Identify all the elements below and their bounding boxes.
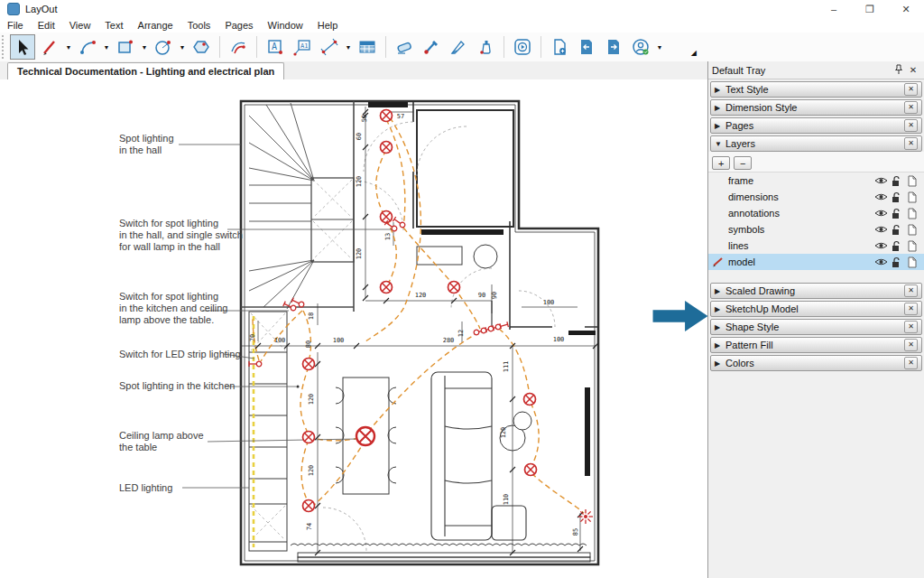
rectangle-tool-dropdown[interactable]: ▼ xyxy=(139,34,150,60)
spotlight-symbol xyxy=(303,432,315,443)
share-page-icon[interactable] xyxy=(907,224,920,236)
dimension-label: 90 xyxy=(478,292,485,299)
dimension-label: 12 xyxy=(457,330,465,337)
section-dimension-style[interactable]: ▶ Dimension Style ✕ xyxy=(710,99,922,116)
offset-tool-button[interactable] xyxy=(226,34,251,60)
account-dropdown[interactable]: ▼ xyxy=(654,34,665,60)
pin-icon[interactable] xyxy=(892,64,906,77)
section-close-icon[interactable]: ✕ xyxy=(904,119,918,132)
unlock-icon[interactable] xyxy=(891,175,904,187)
title-bar: LayOut – ❐ ✕ xyxy=(0,0,924,18)
remove-layer-button[interactable]: − xyxy=(734,156,752,170)
previous-page-button[interactable] xyxy=(574,34,599,60)
visibility-eye-icon[interactable] xyxy=(874,240,888,252)
menu-bar: File Edit View Text Arrange Tools Pages … xyxy=(0,18,924,33)
restore-button[interactable]: ❐ xyxy=(852,0,888,18)
layer-row-frame[interactable]: frame xyxy=(708,172,924,189)
visibility-eye-icon[interactable] xyxy=(874,256,888,268)
dimension-tool-button[interactable] xyxy=(317,34,342,60)
menu-help[interactable]: Help xyxy=(310,20,346,31)
section-colors[interactable]: ▶ Colors ✕ xyxy=(710,355,922,371)
section-pattern-fill[interactable]: ▶ Pattern Fill ✕ xyxy=(710,337,922,353)
rectangle-icon xyxy=(116,37,135,57)
section-layers[interactable]: ▼ Layers ✕ xyxy=(710,135,922,152)
section-scaled-drawing[interactable]: ▶ Scaled Drawing ✕ xyxy=(710,283,922,299)
section-shape-style[interactable]: ▶ Shape Style ✕ xyxy=(710,319,922,335)
unlock-icon[interactable] xyxy=(891,191,904,203)
text-tool-button[interactable]: A xyxy=(263,34,288,60)
polygon-tool-button[interactable] xyxy=(189,34,214,60)
next-page-button[interactable] xyxy=(601,34,626,60)
section-close-icon[interactable]: ✕ xyxy=(904,137,918,150)
circle-tool-dropdown[interactable]: ▼ xyxy=(177,34,188,60)
menu-text[interactable]: Text xyxy=(97,20,130,31)
join-tool-button[interactable] xyxy=(473,34,498,60)
unlock-icon[interactable] xyxy=(891,240,904,252)
play-presentation-icon xyxy=(513,37,532,57)
visibility-eye-icon[interactable] xyxy=(874,224,888,236)
rectangle-tool-button[interactable] xyxy=(113,34,138,60)
share-page-icon[interactable] xyxy=(907,175,920,187)
section-close-icon[interactable]: ✕ xyxy=(904,101,918,114)
toolbar-overflow-caret[interactable]: ◢ xyxy=(691,49,697,57)
add-layer-button[interactable]: + xyxy=(712,156,730,170)
label-tool-button[interactable]: A1 xyxy=(290,34,315,60)
section-text-style[interactable]: ▶ Text Style ✕ xyxy=(710,81,922,98)
section-sketchup-model[interactable]: ▶ SketchUp Model ✕ xyxy=(710,301,922,317)
dimension-label: 85 xyxy=(572,528,579,536)
layer-row-symbols[interactable]: symbols xyxy=(708,221,924,238)
dimension-tool-dropdown[interactable]: ▼ xyxy=(343,34,354,60)
unlock-icon[interactable] xyxy=(891,256,904,268)
section-pages[interactable]: ▶ Pages ✕ xyxy=(710,117,922,134)
table-tool-button[interactable] xyxy=(355,34,380,60)
close-button[interactable]: ✕ xyxy=(888,0,924,18)
tray-close-icon[interactable]: ✕ xyxy=(906,65,920,75)
layer-row-model[interactable]: model xyxy=(708,254,924,270)
unlock-icon[interactable] xyxy=(891,224,904,236)
share-page-icon[interactable] xyxy=(907,208,920,219)
arc-tool-button[interactable] xyxy=(75,34,100,60)
select-tool-button[interactable] xyxy=(10,34,35,60)
circle-tool-button[interactable] xyxy=(151,34,176,60)
share-page-icon[interactable] xyxy=(907,191,920,203)
layer-row-lines[interactable]: lines xyxy=(708,238,924,254)
layers-panel-body: + − frame dimensions annotations xyxy=(708,152,924,270)
section-close-icon[interactable]: ✕ xyxy=(904,321,918,333)
layer-row-annotations[interactable]: annotations xyxy=(708,205,924,221)
eraser-tool-button[interactable] xyxy=(392,34,417,60)
annotation-spot-lighting-hall: Spot lighting in the hall xyxy=(119,133,174,156)
account-button[interactable] xyxy=(628,34,653,60)
document-tab[interactable]: Technical Documentation - Lighting and e… xyxy=(7,62,284,80)
share-page-icon[interactable] xyxy=(907,240,920,252)
section-close-icon[interactable]: ✕ xyxy=(904,284,918,297)
line-tool-button[interactable] xyxy=(37,34,62,60)
menu-file[interactable]: File xyxy=(0,20,31,31)
section-close-icon[interactable]: ✕ xyxy=(904,357,918,369)
menu-pages[interactable]: Pages xyxy=(217,20,260,31)
share-page-icon[interactable] xyxy=(907,256,920,268)
menu-window[interactable]: Window xyxy=(261,20,310,31)
annotation-switch-hall: Switch for spot lighting in the hall, an… xyxy=(119,218,243,253)
arc-tool-dropdown[interactable]: ▼ xyxy=(101,34,112,60)
section-close-icon[interactable]: ✕ xyxy=(904,83,918,96)
menu-edit[interactable]: Edit xyxy=(31,20,62,31)
minimize-button[interactable]: – xyxy=(816,0,852,18)
drawing-canvas[interactable]: 5057601201201318701008010028012100100120… xyxy=(0,79,707,578)
add-page-button[interactable] xyxy=(547,34,572,60)
split-tool-button[interactable] xyxy=(446,34,471,60)
visibility-eye-icon[interactable] xyxy=(874,191,888,203)
menu-arrange[interactable]: Arrange xyxy=(131,20,180,31)
visibility-eye-icon[interactable] xyxy=(874,208,888,219)
menu-tools[interactable]: Tools xyxy=(180,20,218,31)
visibility-eye-icon[interactable] xyxy=(874,175,888,187)
section-close-icon[interactable]: ✕ xyxy=(904,303,918,315)
active-layer-pencil-icon xyxy=(712,256,726,267)
line-tool-dropdown[interactable]: ▼ xyxy=(63,34,74,60)
start-presentation-button[interactable] xyxy=(510,34,535,60)
style-tool-button[interactable] xyxy=(419,34,444,60)
menu-view[interactable]: View xyxy=(62,20,98,31)
unlock-icon[interactable] xyxy=(891,208,904,219)
toolbar-grip[interactable] xyxy=(2,35,9,59)
section-close-icon[interactable]: ✕ xyxy=(904,339,918,351)
layer-row-dimensions[interactable]: dimensions xyxy=(708,189,924,205)
